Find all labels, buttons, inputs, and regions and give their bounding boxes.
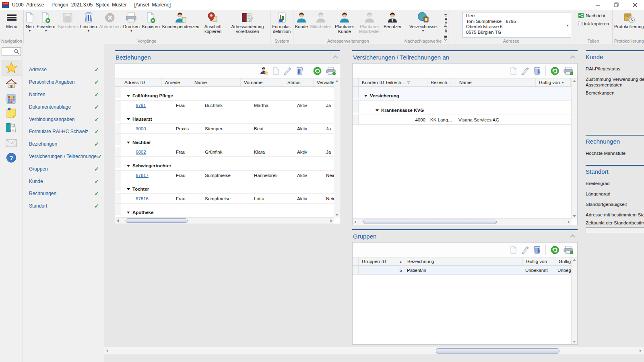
protokollierung-button[interactable]: Protokollierung	[613, 10, 644, 38]
collapse-chevron-icon[interactable]	[568, 55, 578, 59]
search-input[interactable]	[2, 47, 21, 56]
group-row-fallfuehrung[interactable]: Fallführung Pflege	[115, 87, 334, 101]
group-collapse-arrow-icon[interactable]	[127, 188, 130, 190]
col-header-status[interactable]: Status	[284, 78, 314, 86]
group-collapse-arrow-icon[interactable]	[127, 95, 130, 97]
table-row[interactable]: 67816 Frau Sumpfmeise Lotta Aktiv Nein	[115, 194, 334, 204]
group-collapse-arrow-icon[interactable]	[127, 165, 130, 167]
vertical-scrollbar[interactable]	[571, 257, 577, 344]
menu-button[interactable]: Menü	[5, 10, 19, 38]
new-record-page-icon[interactable]	[273, 67, 279, 75]
kunde-button[interactable]: Kunde	[294, 10, 309, 38]
sidebar-item-versicherungen[interactable]: Versicherungen / Teilrechnungen an✓	[23, 150, 104, 163]
sidebar-item-notizen[interactable]: Notizen✓	[23, 88, 104, 101]
col-header-gueltig-von[interactable]: Gültig von	[523, 257, 555, 265]
sidebar-item-formulare-rai-hc[interactable]: Formulare RAI-HC Schweiz✓	[23, 125, 104, 138]
benutzer-button[interactable]: Benutzer	[382, 10, 402, 38]
sidebar-item-verbindungsangaben[interactable]: Verbindungsangaben✓	[23, 113, 104, 125]
formulardefinition-button[interactable]: Formular-definition	[271, 10, 293, 38]
col-header-vorname[interactable]: Vorname	[241, 78, 284, 86]
print-icon[interactable]	[564, 67, 573, 75]
add-relation-person-icon[interactable]	[260, 67, 268, 75]
group-row-apotheke[interactable]: Apotheke	[115, 204, 334, 217]
link-kopieren-button[interactable]: Link kopieren	[578, 21, 609, 27]
edit-pencil-icon[interactable]	[521, 67, 529, 75]
adress-id-link[interactable]: 67816	[136, 196, 149, 201]
address-dropdown[interactable]: Herr Toni Sumpfmeise - 6795 Oberfeldstra…	[462, 12, 571, 38]
office-export-tab[interactable]: Office-Export	[443, 10, 448, 44]
group-collapse-arrow-icon[interactable]	[127, 142, 130, 144]
rail-mail-icon[interactable]	[0, 136, 23, 150]
restore-button[interactable]	[607, 0, 625, 10]
rail-favorites-star-icon[interactable]	[0, 60, 23, 75]
refresh-icon[interactable]	[313, 67, 322, 75]
sidebar-item-adresse[interactable]: Adresse✓	[23, 64, 104, 76]
col-header-gueltig-bis[interactable]: Gültig bis	[555, 257, 572, 265]
adress-id-link[interactable]: 67817	[136, 173, 149, 178]
table-row[interactable]: 67817 Frau Sumpfmeise Hanneloreli Aktiv …	[115, 171, 334, 180]
col-header-bezeichnung[interactable]: Bezeichnung	[404, 257, 523, 265]
group-collapse-arrow-icon[interactable]	[127, 212, 130, 214]
collapse-chevron-icon[interactable]	[330, 55, 340, 59]
edit-pencil-icon[interactable]	[521, 246, 529, 254]
adressaenderung-vorerfassen-button[interactable]: Adressänderung vorerfassen	[225, 10, 270, 38]
collapse-chevron-icon[interactable]	[568, 234, 578, 238]
group-collapse-arrow-icon[interactable]	[376, 109, 379, 111]
rail-apps-grid-icon[interactable]	[0, 92, 23, 106]
group-collapse-arrow-icon[interactable]	[364, 95, 367, 97]
erweitern-button[interactable]: Erweitern ▼	[35, 10, 56, 38]
print-icon[interactable]	[564, 246, 573, 254]
col-header-bezeichnung[interactable]: Bezeich...	[427, 78, 456, 86]
horizontal-scrollbar[interactable]	[353, 218, 572, 225]
adress-id-link[interactable]: 3000	[136, 126, 146, 131]
col-header-kunden-id[interactable]: Kunden-ID Teilrech...	[359, 78, 427, 86]
group-row-versicherung[interactable]: Versicherung	[353, 87, 572, 101]
adress-id-link[interactable]: 6802	[136, 150, 146, 154]
refresh-icon[interactable]	[551, 246, 559, 254]
vertical-scrollbar[interactable]	[334, 78, 340, 218]
edit-pencil-icon[interactable]	[283, 67, 292, 75]
rail-home-icon[interactable]	[0, 76, 23, 91]
col-header-adress-id[interactable]: Adress-ID	[121, 78, 162, 86]
neu-button[interactable]: Neu ▼	[24, 10, 35, 38]
loeschen-button[interactable]: Löschen ▼	[79, 10, 98, 38]
delete-trash-icon[interactable]	[534, 67, 541, 75]
group-row-tochter[interactable]: Tochter	[115, 180, 334, 194]
sidebar-item-standort[interactable]: Standort✓	[23, 200, 104, 212]
anschrift-kopieren-button[interactable]: Anschrift kopieren	[200, 10, 225, 38]
verzeichnisse-button[interactable]: Verzeichnisse ▼	[408, 10, 438, 38]
standort-zeitpunkt-field[interactable]	[586, 227, 644, 233]
group-row-nachbar[interactable]: Nachbar	[115, 134, 334, 147]
sidebar-item-rechnungen[interactable]: Rechnungen✓	[23, 187, 104, 200]
col-header-gueltig-von[interactable]: Gültig von▼	[536, 78, 571, 86]
scroll-thumb[interactable]	[436, 348, 559, 354]
rail-notes-icon[interactable]	[0, 105, 23, 120]
kundenpendenzen-button[interactable]: Kundenpendenzen	[161, 10, 200, 38]
col-header-name[interactable]: Name	[456, 78, 536, 86]
scroll-right-arrow-icon[interactable]	[640, 349, 642, 352]
delete-trash-icon[interactable]	[534, 246, 541, 254]
nachricht-button[interactable]: Nachricht	[578, 13, 609, 18]
rail-help-icon[interactable]: ?	[0, 150, 23, 165]
group-collapse-arrow-icon[interactable]	[127, 118, 130, 120]
col-header-verwaltet[interactable]: Verwaltet	[314, 78, 334, 86]
print-icon[interactable]	[326, 67, 336, 75]
subgroup-row-krankenkasse-kvg[interactable]: Krankenkasse KVG	[353, 101, 572, 115]
adress-id-link[interactable]: 6791	[136, 103, 146, 108]
table-row[interactable]: 6791 Frau Buchfink Martha Aktiv Ja	[115, 101, 334, 110]
sidebar-item-gruppen[interactable]: Gruppen✓	[23, 162, 104, 175]
address-dropdown-caret-icon[interactable]: ▼	[566, 23, 569, 29]
group-row-schwiegertochter[interactable]: Schwiegertochter	[115, 157, 334, 171]
drucken-button[interactable]: Drucken ▼	[122, 10, 141, 38]
sidebar-item-persoenliche-angaben[interactable]: Persönliche Angaben✓	[23, 76, 104, 88]
group-row-hausarzt[interactable]: Hausarzt	[115, 110, 334, 124]
col-header-gruppen-id[interactable]: Gruppen-ID▲	[359, 257, 404, 265]
sidebar-item-beziehungen[interactable]: Beziehungen✓	[23, 138, 104, 150]
rail-documents-folder-icon[interactable]	[0, 120, 23, 134]
minimize-button[interactable]	[588, 0, 607, 10]
col-header-name[interactable]: Name	[191, 78, 241, 86]
close-button[interactable]	[625, 0, 644, 10]
new-record-page-icon[interactable]	[510, 246, 516, 254]
sidebar-item-dokumentenablage[interactable]: Dokumentenablage✓	[23, 101, 104, 113]
horizontal-scrollbar[interactable]	[115, 217, 334, 224]
